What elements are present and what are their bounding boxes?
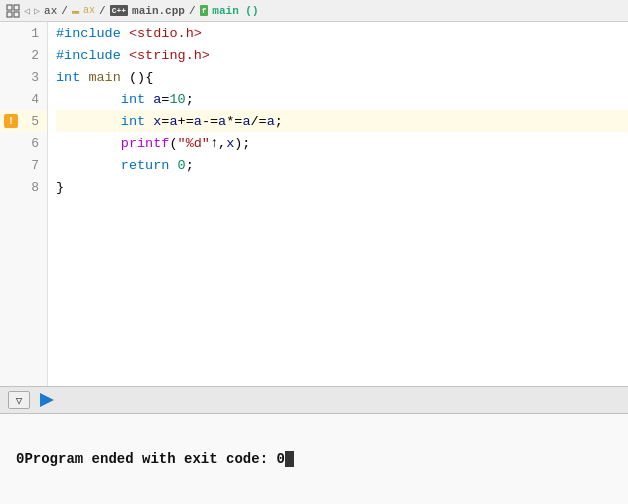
back-arrow[interactable]: ◁: [24, 5, 30, 17]
token-plain: /=: [251, 114, 267, 129]
code-editor: 1234!5678 #include <stdio.h>#include <st…: [0, 22, 628, 386]
code-line-3: int main (){: [56, 66, 628, 88]
token-plain: =: [161, 114, 169, 129]
breadcrumb-sep2: /: [99, 5, 106, 17]
token-plain: -=: [202, 114, 218, 129]
line-number-7: 7: [0, 154, 47, 176]
token-plain: );: [234, 136, 250, 151]
line-number-2: 2: [0, 44, 47, 66]
collapse-icon: ▽: [16, 394, 23, 407]
token-str: "%d": [178, 136, 210, 151]
token-var: a: [169, 114, 177, 129]
line-number-6: 6: [0, 132, 47, 154]
token-pp: #include: [56, 26, 121, 41]
collapse-button[interactable]: ▽: [8, 391, 30, 409]
code-line-6: printf("%d"↑,x);: [56, 132, 628, 154]
token-plain: ;: [186, 92, 194, 107]
code-area: 1234!5678 #include <stdio.h>#include <st…: [0, 22, 628, 386]
svg-rect-3: [14, 12, 19, 17]
token-plain: ↑,: [210, 136, 226, 151]
token-plain: [121, 26, 129, 41]
token-plain: ;: [275, 114, 283, 129]
token-plain: [56, 158, 121, 173]
token-pp: #include: [56, 48, 121, 63]
token-var: a: [153, 92, 161, 107]
token-var: x: [226, 136, 234, 151]
token-plain: =: [161, 92, 169, 107]
terminal-cursor: [285, 451, 294, 467]
svg-rect-1: [14, 5, 19, 10]
breadcrumb-ax2: ax: [83, 5, 95, 16]
token-var: x: [153, 114, 161, 129]
line-number-1: 1: [0, 22, 47, 44]
code-line-1: #include <stdio.h>: [56, 22, 628, 44]
token-plain: (){: [121, 70, 153, 85]
terminal-output: 0Program ended with exit code: 0: [0, 414, 628, 504]
token-plain: [56, 114, 121, 129]
breadcrumb-sep1: /: [61, 5, 68, 17]
warning-icon: !: [4, 114, 18, 128]
token-kw: int: [56, 70, 80, 85]
token-plain: [145, 92, 153, 107]
run-button-container[interactable]: [38, 393, 54, 407]
breadcrumb-ax1: ax: [44, 5, 57, 17]
token-printf-kw: printf: [121, 136, 170, 151]
token-num: 0: [178, 158, 186, 173]
token-num: 10: [169, 92, 185, 107]
breadcrumb-maincpp: main.cpp: [132, 5, 185, 17]
token-kw: int: [121, 114, 145, 129]
breadcrumb-bar: ◁ ▷ ax / ▬ ax / C++ main.cpp / f main (): [0, 0, 628, 22]
token-inc: <string.h>: [129, 48, 210, 63]
code-line-2: #include <string.h>: [56, 44, 628, 66]
token-kw: return: [121, 158, 170, 173]
token-plain: [145, 114, 153, 129]
token-var: a: [242, 114, 250, 129]
code-line-7: return 0;: [56, 154, 628, 176]
code-line-8: }: [56, 176, 628, 198]
breadcrumb-sep3: /: [189, 5, 196, 17]
token-plain: [80, 70, 88, 85]
token-plain: *=: [226, 114, 242, 129]
svg-rect-2: [7, 12, 12, 17]
line-number-5: !5: [0, 110, 47, 132]
token-plain: [56, 136, 121, 151]
grid-icon[interactable]: [6, 4, 20, 18]
token-inc: <stdio.h>: [129, 26, 202, 41]
token-plain: +=: [178, 114, 194, 129]
panel-divider: ▽: [0, 386, 628, 414]
token-var: a: [218, 114, 226, 129]
svg-rect-0: [7, 5, 12, 10]
token-kw: int: [121, 92, 145, 107]
token-var: a: [267, 114, 275, 129]
code-line-5: int x=a+=a-=a*=a/=a;: [56, 110, 628, 132]
token-plain: }: [56, 180, 64, 195]
token-plain: ;: [186, 158, 194, 173]
token-var: a: [194, 114, 202, 129]
code-lines: #include <stdio.h>#include <string.h>int…: [48, 22, 628, 386]
breadcrumb-mainfn: main (): [212, 5, 258, 17]
folder-icon: ▬: [72, 4, 79, 18]
forward-arrow[interactable]: ▷: [34, 5, 40, 17]
line-number-4: 4: [0, 88, 47, 110]
token-plain: (: [169, 136, 177, 151]
terminal-text: 0Program ended with exit code: 0: [16, 451, 285, 467]
run-icon: [40, 393, 54, 407]
function-icon: f: [200, 5, 209, 16]
cpp-file-icon: C++: [110, 5, 128, 16]
line-number-8: 8: [0, 176, 47, 198]
token-plain: [121, 48, 129, 63]
code-line-4: int a=10;: [56, 88, 628, 110]
token-fn: main: [88, 70, 120, 85]
line-numbers: 1234!5678: [0, 22, 48, 386]
line-number-3: 3: [0, 66, 47, 88]
token-plain: [56, 92, 121, 107]
token-plain: [169, 158, 177, 173]
